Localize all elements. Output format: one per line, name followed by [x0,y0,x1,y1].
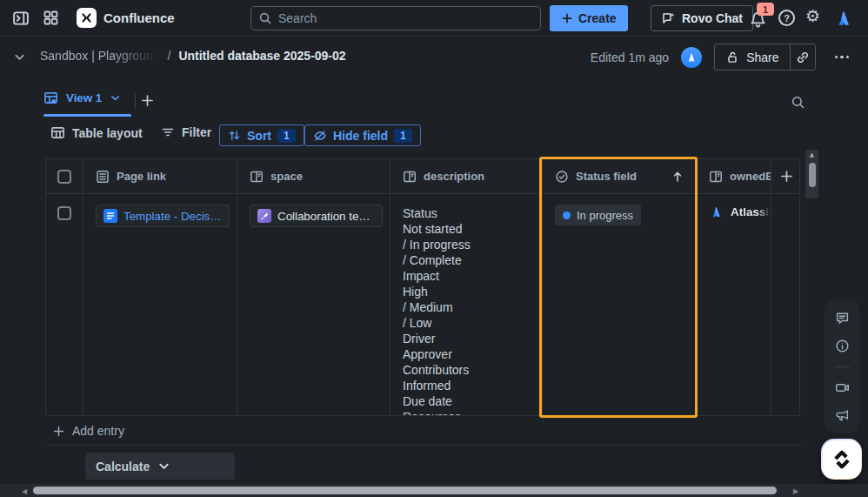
comments-icon[interactable] [835,311,850,326]
info-icon[interactable] [835,339,850,353]
horizontal-scrollbar-thumb[interactable] [33,487,777,494]
table-row: Template - Decisio... Collaboration temp… [46,194,799,416]
horizontal-scrollbar[interactable]: ◀ ▶ [0,484,868,497]
add-view-button[interactable] [140,93,155,108]
divider [45,445,800,446]
app-name: Confluence [103,10,175,25]
description-line: Impact [403,268,535,284]
description-line: / Medium [403,299,535,315]
app-switcher-icon[interactable] [37,4,64,32]
tab-view-1[interactable]: View 1 [43,91,121,105]
add-entry-button[interactable]: Add entry [52,424,124,438]
description-line: Due date [403,393,535,409]
empty-cell [771,194,800,416]
filter-button[interactable]: Filter [161,125,211,139]
select-all-cell [46,159,83,193]
sort-arrows-icon [228,129,241,142]
description-line: Not started [403,221,535,237]
page-link-chip[interactable]: Template - Decisio... [96,205,230,227]
book-icon [709,170,723,184]
column-header-page-link[interactable]: Page link [83,159,237,193]
description-line: Informed [403,378,535,393]
share-button-group: Share [714,44,815,71]
top-navigation-bar: Confluence Create Rovo Chat 1 ? ⚙ [0,0,868,37]
scroll-up-arrow-icon[interactable]: ▲ [805,151,818,158]
book-icon [403,170,417,184]
breadcrumb-separator: / [168,49,171,63]
database-toolbar: Table layout Filter Sort 1 Hide field 1 [0,122,868,150]
atlassian-logo-icon [709,205,724,219]
page-header: Sandbox | Playground / Untitled database… [0,37,868,78]
rovo-logo-icon [832,450,851,469]
sort-count-badge: 1 [277,129,296,143]
select-all-checkbox[interactable] [57,170,71,184]
help-icon[interactable]: ? [778,10,795,26]
database-table: Page link space description Status field [45,158,800,416]
status-badge[interactable]: In progress [555,205,641,225]
owned-by-cell[interactable]: Atlassian Sup [697,194,771,416]
description-line: / Low [403,315,535,331]
rovo-chat-button[interactable]: Rovo Chat [651,5,753,31]
filter-icon [161,125,175,139]
column-header-status-field[interactable]: Status field [543,159,697,193]
notifications-bell-icon[interactable]: 1 [749,9,770,30]
status-check-circle-icon [555,170,569,184]
sort-button[interactable]: Sort 1 [219,124,304,146]
page-title: Untitled database 2025-09-02 [178,49,345,63]
scroll-right-arrow-icon[interactable]: ▶ [793,487,798,495]
breadcrumb: Sandbox | Playground / Untitled database… [40,49,346,63]
breadcrumb-space-link[interactable]: Sandbox | Playground [40,49,160,63]
table-layout-icon [50,125,65,140]
description-cell[interactable]: StatusNot started/ In progress/ Complete… [391,194,543,416]
rovo-agent-button[interactable] [821,439,862,480]
column-header-owned-by[interactable]: ownedBy [697,159,771,193]
create-button[interactable]: Create [550,5,628,31]
description-line: Approver [403,346,535,362]
view-dropdown-chevron-icon[interactable] [110,92,121,104]
settings-gear-icon[interactable]: ⚙ [805,8,820,24]
confluence-home-button[interactable]: Confluence [77,8,175,28]
column-header-description[interactable]: description [391,159,543,193]
book-icon [250,170,264,184]
row-checkbox[interactable] [57,206,71,220]
right-side-panel [825,299,859,433]
search-icon [258,11,272,25]
owner-name: Atlassian Sup [731,205,771,218]
avatar[interactable] [681,47,702,68]
megaphone-icon[interactable] [835,408,850,423]
table-layout-button[interactable]: Table layout [50,125,143,140]
hide-field-button[interactable]: Hide field 1 [304,124,421,146]
more-options-icon[interactable] [828,50,857,64]
table-view-icon [43,91,58,105]
calculate-dropdown[interactable]: Calculate [85,453,235,480]
breadcrumb-chevron-down-icon[interactable] [13,50,26,64]
status-dot-icon [563,212,571,219]
description-line: Resources [403,409,535,416]
column-header-space[interactable]: space [237,159,391,193]
atlassian-logo-icon[interactable] [833,8,854,29]
sort-ascending-arrow-icon [671,170,684,184]
confluence-logo-icon [77,8,97,28]
vertical-scrollbar-thumb[interactable] [809,163,816,187]
chevron-down-icon [157,460,170,473]
description-line: Contributors [403,362,535,378]
view-search-icon[interactable] [791,95,805,110]
search-input[interactable] [278,11,533,25]
plus-icon [561,12,573,24]
divider [135,93,136,109]
video-camera-icon[interactable] [835,380,850,395]
description-line: / In progress [403,237,535,252]
rovo-chat-icon [661,11,676,26]
space-chip[interactable]: Collaboration temp. [250,205,383,227]
status-cell[interactable]: In progress [543,194,697,416]
share-button[interactable]: Share [715,44,789,70]
copy-link-icon[interactable] [790,44,815,70]
scroll-left-arrow-icon[interactable]: ◀ [22,487,27,495]
description-line: Status [403,205,535,221]
edited-timestamp: Edited 1m ago [591,50,669,64]
sidebar-toggle-icon[interactable] [7,4,35,32]
rocket-icon [257,209,271,223]
add-column-button[interactable] [771,159,800,193]
table-vertical-scrollbar[interactable]: ▲ [805,150,818,198]
global-search[interactable] [250,6,541,30]
